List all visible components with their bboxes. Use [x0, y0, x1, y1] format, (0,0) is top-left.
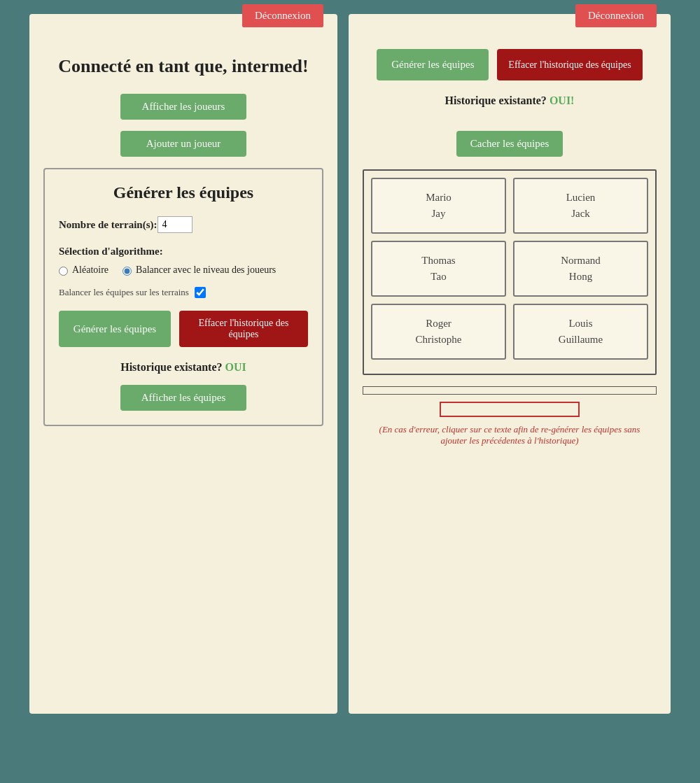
- team-row-1: Mario Jay Lucien Jack: [371, 178, 648, 234]
- generate-section: Générer les équipes Nombre de terrain(s)…: [43, 168, 323, 426]
- player-jay: Jay: [379, 208, 498, 220]
- historique-row-right: Historique existante? OUI!: [363, 94, 657, 107]
- terrain-input[interactable]: [158, 216, 192, 233]
- player-louis: Louis: [522, 318, 640, 330]
- player-normand: Normand: [522, 255, 640, 267]
- connected-as-title: Connecté en tant que, intermed!: [43, 56, 323, 77]
- generate-title: Générer les équipes: [59, 183, 308, 202]
- team-card-1a: Mario Jay: [371, 178, 506, 234]
- deconnexion-button-right[interactable]: Déconnexion: [575, 4, 657, 27]
- historique-value-right: OUI!: [550, 94, 575, 106]
- generate-button-right[interactable]: Générer les équipes: [377, 49, 489, 80]
- player-jack: Jack: [522, 208, 640, 220]
- algo-label-aleatoire: Aléatoire: [72, 264, 108, 276]
- player-guillaume: Guillaume: [522, 334, 640, 346]
- algo-title: Sélection d'algorithme:: [59, 246, 308, 258]
- team-card-2a: Thomas Tao: [371, 241, 506, 297]
- team-card-1b: Lucien Jack: [513, 178, 648, 234]
- generate-btn-row: Générer les équipes Effacer l'historique…: [59, 311, 308, 347]
- terrain-label: Nombre de terrain(s):: [59, 219, 158, 231]
- player-mario: Mario: [379, 192, 498, 204]
- algo-radio-aleatoire[interactable]: [59, 267, 68, 276]
- player-hong: Hong: [522, 271, 640, 283]
- deconnexion-button-left[interactable]: Déconnexion: [242, 4, 323, 27]
- add-player-button[interactable]: Ajouter un joueur: [120, 131, 246, 157]
- team-row-2: Thomas Tao Normand Hong: [371, 241, 648, 297]
- progress-bar: [363, 386, 657, 395]
- algo-option-aleatoire[interactable]: Aléatoire: [59, 264, 108, 276]
- historique-label-right: Historique existante?: [445, 94, 547, 106]
- team-card-2b: Normand Hong: [513, 241, 648, 297]
- player-thomas: Thomas: [379, 255, 498, 267]
- algo-option-balancer[interactable]: Balancer avec le niveau des joueurs: [122, 264, 276, 276]
- algo-label-balancer: Balancer avec le niveau des joueurs: [136, 264, 276, 276]
- team-row-3: Roger Christophe Louis Guillaume: [371, 304, 648, 360]
- balance-row: Balancer les équipes sur les terrains: [59, 287, 308, 298]
- terrain-field-row: Nombre de terrain(s):: [59, 216, 308, 233]
- error-bar: [440, 402, 580, 417]
- show-players-button[interactable]: Afficher les joueurs: [120, 94, 246, 120]
- historique-value-left: OUI: [225, 361, 246, 373]
- player-tao: Tao: [379, 271, 498, 283]
- historique-label-left: Historique existante?: [120, 361, 222, 373]
- generate-button-left[interactable]: Générer les équipes: [59, 311, 171, 347]
- teams-container: Mario Jay Lucien Jack Thomas Tao Normand…: [363, 169, 657, 375]
- cacher-button[interactable]: Cacher les équipes: [456, 131, 563, 157]
- error-text[interactable]: (En cas d'erreur, cliquer sur ce texte a…: [363, 424, 657, 446]
- effacer-button-right[interactable]: Effacer l'historique des équipes: [497, 49, 642, 80]
- algo-section: Sélection d'algorithme: Aléatoire Balanc…: [59, 246, 308, 276]
- balance-label: Balancer les équipes sur les terrains: [59, 287, 189, 298]
- right-panel: Déconnexion Générer les équipes Effacer …: [349, 14, 671, 714]
- team-card-3a: Roger Christophe: [371, 304, 506, 360]
- historique-row-left: Historique existante? OUI: [59, 361, 308, 374]
- player-christophe: Christophe: [379, 334, 498, 346]
- player-lucien: Lucien: [522, 192, 640, 204]
- left-panel: Déconnexion Connecté en tant que, interm…: [29, 14, 337, 714]
- effacer-button-left[interactable]: Effacer l'historique des équipes: [179, 311, 308, 347]
- balance-checkbox[interactable]: [195, 287, 206, 298]
- algo-radio-balancer[interactable]: [122, 267, 132, 276]
- algo-options: Aléatoire Balancer avec le niveau des jo…: [59, 264, 308, 276]
- afficher-button[interactable]: Afficher les équipes: [120, 385, 246, 411]
- right-top-buttons: Générer les équipes Effacer l'historique…: [363, 49, 657, 80]
- player-roger: Roger: [379, 318, 498, 330]
- team-card-3b: Louis Guillaume: [513, 304, 648, 360]
